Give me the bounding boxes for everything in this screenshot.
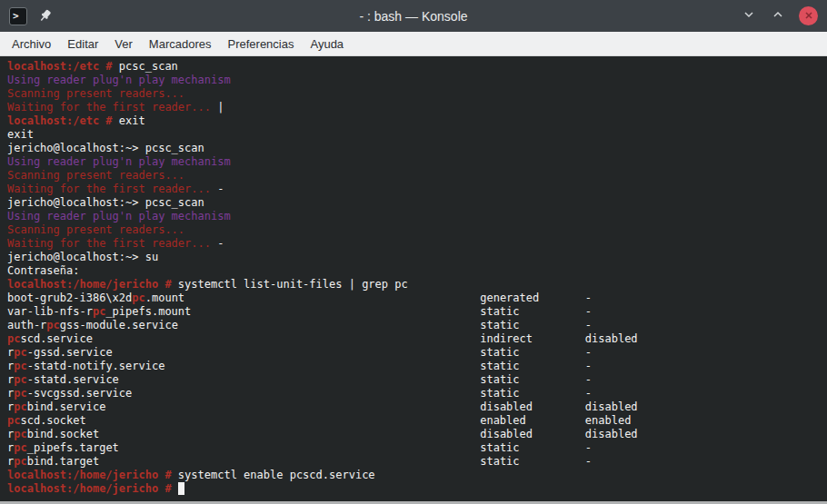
terminal-text-segment: static	[480, 455, 585, 468]
terminal-text-segment: -statd.service	[27, 373, 119, 386]
terminal-text-segment	[113, 346, 481, 359]
terminal-text-segment: -	[585, 319, 592, 331]
terminal-text-segment	[105, 400, 480, 413]
menu-item-preferencias[interactable]: Preferencias	[219, 32, 302, 55]
terminal-text-segment: static	[480, 373, 585, 386]
terminal-text-segment: disabled	[585, 400, 638, 413]
terminal-line: boot-grub2-i386\x2dpc.mount generated -	[7, 292, 827, 305]
terminal-text-segment: disabled	[585, 332, 638, 345]
terminal-text-segment: -	[585, 455, 592, 468]
terminal-text-segment: static	[480, 305, 585, 318]
terminal-line: rpcbind.target static -	[7, 455, 827, 469]
terminal-line: auth-rpcgss-module.service static -	[7, 319, 827, 332]
menu-item-ver[interactable]: Ver	[106, 32, 141, 55]
terminal-text-segment	[184, 292, 480, 304]
terminal-text-segment: localhost:/etc #	[7, 60, 113, 73]
chevron-up-icon	[771, 7, 785, 25]
terminal-text-segment: -	[585, 360, 592, 372]
terminal-line: jericho@localhost:~> su	[7, 251, 827, 264]
minimize-button[interactable]	[741, 8, 757, 25]
terminal-line: var-lib-nfs-rpc_pipefs.mount static -	[7, 305, 827, 319]
close-icon	[803, 8, 814, 25]
terminal-text-segment: var-lib-nfs-r	[7, 305, 93, 318]
menu-item-ayuda[interactable]: Ayuda	[302, 32, 352, 55]
terminal-text-segment: exit	[7, 128, 34, 141]
menu-item-marcadores[interactable]: Marcadores	[141, 32, 220, 55]
terminal-text-segment: Using reader plug'n play mechanism	[7, 155, 231, 168]
terminal-text-segment: disabled	[480, 400, 585, 413]
terminal-text-segment	[164, 360, 480, 372]
terminal-text-segment: static	[480, 387, 585, 400]
terminal-text-segment: -svcgssd.service	[27, 387, 133, 400]
terminal-text-segment: pc	[7, 414, 20, 427]
terminal-text-segment: bind.service	[27, 400, 106, 413]
terminal-text-segment: static	[480, 360, 585, 372]
terminal-text-segment: localhost:/home/jericho #	[7, 278, 172, 291]
terminal-text-segment: Using reader plug'n play mechanism	[7, 210, 231, 222]
terminal-text-segment: -	[585, 346, 592, 359]
terminal-text-segment: -	[585, 373, 592, 386]
terminal-line: exit	[7, 128, 827, 142]
terminal-line: Waiting for the first reader... -	[7, 237, 827, 251]
terminal-line: localhost:/home/jericho # systemctl list…	[7, 278, 827, 292]
terminal-text-segment: auth-r	[7, 319, 46, 331]
konsole-app-icon[interactable]: >	[9, 7, 27, 25]
terminal-text-segment: exit	[113, 114, 145, 127]
terminal-text-segment: Using reader plug'n play mechanism	[7, 74, 231, 86]
terminal-text-segment: pc	[7, 332, 20, 345]
terminal-text-segment: pc	[14, 387, 26, 400]
terminal-text-segment: pc	[14, 428, 26, 440]
terminal-text-segment	[178, 319, 480, 331]
terminal-line: rpcbind.socket disabled disabled	[7, 428, 827, 441]
terminal-text-segment: -	[585, 441, 592, 454]
terminal-text-segment: gss-module.service	[60, 319, 178, 331]
chevron-down-icon	[742, 7, 756, 25]
terminal-text-segment: indirect	[480, 332, 585, 345]
terminal-text-segment	[191, 305, 480, 318]
terminal-text-segment: pc	[14, 441, 26, 454]
terminal-text-segment: systemctl enable pcscd.service	[172, 469, 375, 481]
pin-icon[interactable]	[38, 9, 52, 23]
terminal-line: Scanning present readers...	[7, 223, 827, 237]
terminal-line: rpc-statd-notify.service static -	[7, 360, 827, 373]
terminal-text-segment: Scanning present readers...	[7, 169, 184, 182]
terminal-line: localhost:/home/jericho #	[7, 482, 827, 496]
terminal-line: Waiting for the first reader... |	[7, 101, 827, 114]
title-bar[interactable]: > - : bash — Konsole	[0, 0, 827, 32]
terminal-text-segment: jericho@localhost:~> pcsc_scan	[7, 142, 204, 154]
terminal-output[interactable]: localhost:/etc # pcsc_scanUsing reader p…	[0, 56, 827, 501]
terminal-line: localhost:/etc # exit	[7, 114, 827, 128]
terminal-text-segment: _pipefs.mount	[105, 305, 191, 318]
terminal-line: localhost:/etc # pcsc_scan	[7, 60, 827, 74]
terminal-text-segment: -gssd.service	[27, 346, 113, 359]
terminal-text-segment: pc	[14, 455, 26, 468]
terminal-text-segment: jericho@localhost:~> su	[7, 251, 158, 263]
terminal-text-segment: pc	[14, 373, 26, 386]
terminal-text-segment: -statd-notify.service	[27, 360, 165, 372]
terminal-text-segment: -	[585, 292, 592, 304]
terminal-text-segment	[119, 441, 480, 454]
terminal-text-segment: bind.target	[27, 455, 99, 468]
terminal-text-segment: Contraseña:	[7, 264, 79, 277]
terminal-line: rpc-gssd.service static -	[7, 346, 827, 360]
maximize-button[interactable]	[770, 8, 786, 25]
terminal-text-segment: disabled	[480, 428, 585, 440]
terminal-text-segment: scd.service	[20, 332, 92, 345]
titlebar-right-group	[618, 6, 818, 25]
terminal-text-segment: static	[480, 346, 585, 359]
terminal-line: jericho@localhost:~> pcsc_scan	[7, 142, 827, 155]
terminal-text-segment	[99, 455, 480, 468]
terminal-text-segment: pc	[132, 292, 144, 304]
terminal-line: Scanning present readers...	[7, 169, 827, 183]
menu-item-editar[interactable]: Editar	[59, 32, 106, 55]
terminal-text-segment: disabled	[585, 428, 638, 440]
terminal-text-segment: pcsc_scan	[113, 60, 178, 73]
terminal-text-segment: Waiting for the first reader...	[7, 101, 217, 114]
terminal-text-segment: pc	[14, 400, 26, 413]
terminal-text-segment: boot-grub2-i386\x2d	[7, 292, 132, 304]
konsole-window: > - : bash — Konsole	[0, 0, 827, 504]
close-button[interactable]	[799, 6, 818, 25]
menu-item-archivo[interactable]: Archivo	[4, 32, 59, 55]
terminal-text-segment: enabled	[585, 414, 632, 427]
terminal-text-segment: Waiting for the first reader...	[7, 183, 217, 195]
